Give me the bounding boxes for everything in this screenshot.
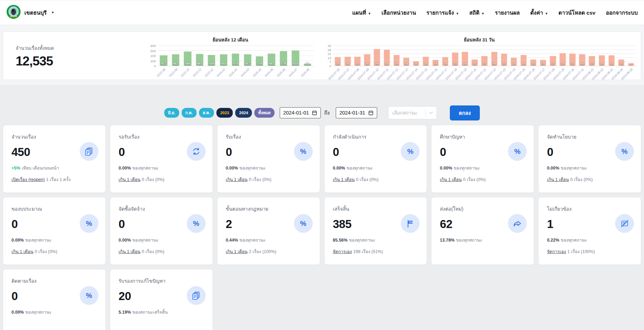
chevron-down-icon: ▼ (455, 12, 459, 15)
y-tick-label: 400 (150, 54, 156, 58)
bar-slot: 4782024-02 (230, 46, 241, 66)
card-link-line: จัดการเอง198 เรื่อง (51%) (333, 248, 419, 255)
filter-badge-5[interactable]: ทั้งหมด (254, 108, 275, 118)
bar-value-label: 17 (551, 62, 555, 65)
x-tick-label: 2024-04 (252, 68, 262, 78)
stat-card-4: ศึกษาปัญหา 0 % 0.00%ของทุกสถานะ เกิน 1 เ… (431, 125, 534, 193)
nav-item-4[interactable]: รายงานผล (495, 8, 520, 17)
bar-value-label: 14 (512, 62, 515, 65)
card-link[interactable]: เกิน 1 เดือน (119, 177, 141, 182)
bar-value-label: 17 (590, 62, 594, 65)
card-percent-line: 0.22%ของทุกสถานะ (547, 237, 633, 244)
status-select[interactable]: เลือกสถานะ (388, 106, 437, 119)
date-to-input[interactable]: 2024-01-31 (336, 107, 377, 118)
bar-value-label: 20 (581, 62, 584, 65)
card-title: ไม่เกี่ยวข้อง (547, 205, 633, 213)
bar-value-label: 20 (366, 62, 369, 65)
date-to-value: 2024-01-31 (339, 110, 365, 116)
nav-item-1[interactable]: เลือกหน่วยงาน (382, 8, 416, 17)
chevron-down-icon: ▼ (480, 12, 484, 15)
bar-value-label: 21 (571, 62, 574, 65)
bar-slot: 182024-08-03 (607, 46, 617, 66)
bar-slot: 202024-07-09 (362, 46, 372, 66)
stat-card-0: จำนวนเรื่อง 450 +5%เทียบ เดือนก่อนหน้า เ… (3, 125, 106, 193)
bar-slot: 5662023-10 (182, 46, 193, 66)
bar-value-label: 11 (532, 62, 535, 65)
card-link-line: เกิน 1 เดือน0 เรื่อง (0%) (11, 248, 97, 255)
x-tick-label: 2023-11 (192, 68, 202, 78)
filter-badge-4[interactable]: 2024 (235, 108, 252, 118)
bar-slot: 232024-07-18 (450, 46, 460, 66)
y-tick-label: 200 (150, 59, 156, 63)
card-link[interactable]: จัดการเอง (333, 249, 352, 254)
bar-slot: 282024-07-11 (382, 46, 391, 66)
percent-icon: % (294, 214, 313, 233)
bar-value-label: 24 (463, 62, 467, 65)
nav-item-6[interactable]: ดาวน์โหลด csv (558, 8, 595, 17)
cards-grid: จำนวนเรื่อง 450 +5%เทียบ เดือนก่อนหน้า เ… (3, 125, 641, 330)
documents-icon (80, 142, 98, 161)
bar-slot: 152024-07-06 (333, 46, 343, 66)
flag-icon (401, 214, 420, 233)
bar-slot: 5782024-06 (278, 46, 289, 66)
bar-slot: 292024-07-10 (372, 46, 382, 66)
bar-slot: 242024-07-19 (460, 46, 470, 66)
bar-slot: 6102024-07 (289, 46, 301, 66)
filter-badge-2[interactable]: ส.ค. (199, 108, 214, 118)
bar-slot: 212024-07-30 (567, 46, 577, 66)
card-link-line: เกิน 1 เดือน0 เรื่อง (0%) (440, 176, 525, 183)
bar-value-label: 21 (502, 62, 506, 65)
card-link-line: เกิน 1 เดือน0 เรื่อง (0%) (547, 176, 633, 183)
percent-icon: % (615, 142, 634, 161)
percent-icon: % (508, 142, 527, 161)
submit-button[interactable]: ตกลง (450, 105, 480, 120)
card-link[interactable]: เกิน 1 เดือน (119, 249, 141, 254)
nav-item-7[interactable]: ออกจากระบบ (606, 8, 638, 17)
bar-slot: 4262023-12 (206, 46, 217, 66)
bar-value-label: 11 (473, 62, 476, 65)
total-cases-value: 12,535 (16, 54, 147, 69)
nav-item-0[interactable]: แผนที่ ▼ (352, 8, 371, 17)
nav-item-5[interactable]: ตั้งค่า ▼ (530, 8, 548, 17)
card-link-line: เกิน 1 เดือน0 เรื่อง (0%) (119, 248, 204, 255)
calendar-icon (312, 110, 317, 116)
x-tick-label: 2024-08 (300, 68, 310, 78)
y-axis: 0200400600800 (147, 46, 158, 66)
date-from-input[interactable]: 2024-01-01 (280, 107, 321, 118)
card-percent-line: 0.00%ของทุกสถานะ (333, 165, 419, 172)
filter-badge-1[interactable]: ก.ค. (182, 108, 197, 118)
card-title: รับเรื่อง (226, 133, 311, 141)
card-percent-line: +5%เทียบ เดือนก่อนหน้า (11, 165, 97, 172)
card-link-line: เกิน 1 เดือน0 เรื่อง (0%) (333, 176, 419, 183)
nav-item-3[interactable]: สถิติ ▼ (469, 8, 484, 17)
summary-section: จำนวนเรื่องทั้งหมด 12,535 ย้อนหลัง 12 เด… (0, 25, 644, 85)
card-link[interactable]: เกิน 1 เดือน (440, 177, 462, 182)
card-link[interactable]: จัดการเอง (547, 249, 566, 254)
y-tick-label: 0 (329, 64, 331, 68)
card-link[interactable]: เกิน 1 เดือน (226, 177, 248, 182)
percent-icon: % (401, 142, 420, 161)
bar-slot: 4172023-08 (158, 46, 169, 66)
top-navbar: เขตธนบุรี ▼ แผนที่ ▼เลือกหน่วยงานรายการแ… (0, 0, 644, 25)
bar-value-label: 4 (630, 62, 632, 65)
bar-slot: 172024-07-21 (479, 46, 489, 66)
plot-area: 152024-07-06162024-07-07162024-07-082020… (333, 46, 636, 66)
bar-slot: 162024-07-15 (421, 46, 431, 66)
stat-card-6: ของบประมาณ 0 % 0.00%ของทุกสถานะ เกิน 1 เ… (3, 197, 106, 265)
card-link[interactable]: เกิน 1 เดือน (547, 177, 569, 182)
filter-badge-3[interactable]: 2023 (216, 108, 233, 118)
nav-item-2[interactable]: รายการแจ้ง ▼ (427, 8, 459, 17)
brand-district-selector[interactable]: เขตธนบุรี ▼ (6, 5, 54, 21)
chart-body: 0200400600800 4172023-084622023-09566202… (147, 46, 313, 82)
filter-badge-0[interactable]: มิ.ย. (164, 108, 179, 118)
chart-body: 0714212835 152024-07-06162024-07-0716202… (323, 46, 636, 82)
calendar-icon (368, 110, 374, 116)
bar-value-label: 22 (561, 62, 564, 65)
stat-card-5: จัดทำนโยบาย 0 % 0.00%ของทุกสถานะ เกิน 1 … (538, 125, 641, 193)
card-link[interactable]: เกิน 1 เดือน (333, 177, 355, 182)
card-title: กำลังดำเนินการ (333, 133, 419, 141)
card-link[interactable]: เกิน 1 เดือน (226, 249, 248, 254)
card-link[interactable]: เกิน 1 เดือน (11, 249, 33, 254)
card-percent-line: 0.00%ของทุกสถานะ (11, 309, 97, 316)
card-link[interactable]: เปิดเรื่อง (reopen) (11, 177, 45, 182)
